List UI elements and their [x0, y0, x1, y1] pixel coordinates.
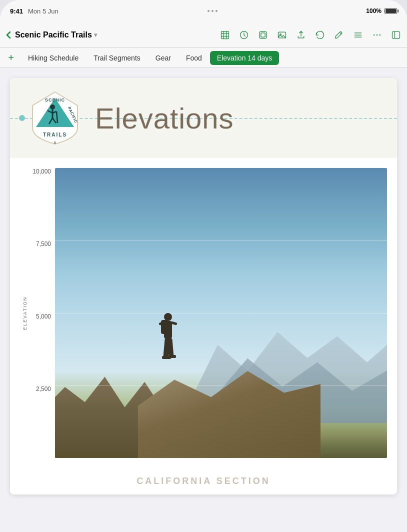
chart-image: [55, 168, 387, 458]
tab-trail-segments-label: Trail Segments: [94, 54, 140, 62]
more-icon[interactable]: [372, 30, 382, 40]
bottom-text: CALIFORNIA SECTION: [136, 476, 270, 486]
bottom-watermark: CALIFORNIA SECTION: [10, 468, 397, 494]
tab-gear-label: Gear: [156, 54, 171, 62]
annotate-icon[interactable]: [334, 30, 344, 40]
tab-hiking-schedule[interactable]: Hiking Schedule: [21, 51, 86, 65]
svg-point-14: [376, 34, 378, 36]
layers-icon[interactable]: [258, 30, 268, 40]
tab-gear[interactable]: Gear: [148, 51, 178, 65]
svg-rect-37: [168, 355, 176, 358]
add-tab-icon: +: [8, 52, 14, 64]
tab-hiking-schedule-label: Hiking Schedule: [28, 54, 78, 62]
document-title[interactable]: Scenic Pacific Trails ▾: [15, 30, 97, 40]
chevron-left-icon: [6, 31, 11, 39]
share-icon[interactable]: [296, 30, 306, 40]
chart-section: ELEVATION 10,000 7,500 5,000 2,500: [10, 158, 397, 468]
status-bar: 9:41 Mon 5 Jun 100%: [0, 0, 407, 22]
title-chevron-icon: ▾: [94, 32, 97, 38]
svg-point-15: [380, 34, 381, 36]
tab-elevation-14-days[interactable]: Elevation 14 days: [210, 51, 280, 65]
grid-line-2500: [55, 386, 387, 386]
svg-point-18: [50, 104, 55, 110]
y-axis-values: 10,000 7,500 5,000 2,500: [30, 168, 55, 458]
clock-icon[interactable]: [239, 30, 249, 40]
svg-text:8: 8: [54, 140, 56, 145]
trails-logo-svg: SCENIC PACIFIC TRAILS 8: [25, 88, 85, 148]
y-value-10000: 10,000: [32, 168, 51, 175]
document-card: SCENIC PACIFIC TRAILS 8 Elevations: [10, 78, 397, 494]
dashed-line-dot: [19, 115, 25, 121]
svg-point-29: [164, 313, 172, 321]
image-icon[interactable]: [277, 30, 287, 40]
battery-fill: [386, 9, 396, 13]
history-icon[interactable]: [315, 30, 325, 40]
format-icon[interactable]: [353, 30, 363, 40]
main-content: SCENIC PACIFIC TRAILS 8 Elevations: [0, 68, 407, 532]
battery-percentage: 100%: [366, 8, 382, 14]
y-value-7500: 7,500: [36, 240, 51, 248]
svg-rect-0: [222, 31, 229, 38]
svg-rect-7: [261, 32, 265, 36]
status-date: Mon 5 Jun: [28, 8, 58, 15]
add-tab-button[interactable]: +: [4, 51, 18, 65]
table-icon[interactable]: [220, 30, 230, 40]
y-value-2500: 2,500: [36, 386, 51, 392]
sidebar-icon[interactable]: [391, 30, 401, 40]
status-bar-left: 9:41 Mon 5 Jun: [10, 8, 58, 15]
toolbar: Scenic Pacific Trails ▾: [0, 22, 407, 48]
tab-food-label: Food: [186, 54, 202, 62]
grid-line-7500: [55, 240, 387, 241]
status-time: 9:41: [10, 8, 23, 15]
tab-bar: + Hiking Schedule Trail Segments Gear Fo…: [0, 48, 407, 68]
grid-line-5000: [55, 313, 387, 314]
device-frame: 9:41 Mon 5 Jun 100% Scenic Pacific Trail…: [0, 0, 407, 532]
document-title-text: Scenic Pacific Trails: [15, 30, 92, 40]
logo: SCENIC PACIFIC TRAILS 8: [25, 88, 85, 148]
status-bar-center: [208, 10, 218, 12]
doc-header: SCENIC PACIFIC TRAILS 8 Elevations: [10, 78, 397, 158]
tab-food[interactable]: Food: [179, 51, 209, 65]
tab-trail-segments[interactable]: Trail Segments: [86, 51, 148, 65]
svg-text:SCENIC: SCENIC: [45, 98, 65, 102]
svg-text:TRAILS: TRAILS: [43, 132, 67, 138]
y-axis-container: ELEVATION 10,000 7,500 5,000 2,500: [20, 168, 55, 458]
svg-rect-16: [392, 32, 400, 38]
hiker-scene: [55, 168, 387, 458]
battery-icon: [384, 8, 397, 14]
svg-point-13: [374, 34, 375, 36]
y-axis-label: ELEVATION: [20, 168, 30, 458]
toolbar-icons: [220, 30, 401, 40]
hiker-silhouette: [148, 307, 188, 377]
status-bar-right: 100%: [366, 8, 397, 14]
tab-elevation-label: Elevation 14 days: [217, 54, 272, 62]
document-heading: Elevations: [95, 102, 234, 135]
back-button[interactable]: [6, 31, 11, 39]
y-value-5000: 5,000: [36, 313, 51, 320]
